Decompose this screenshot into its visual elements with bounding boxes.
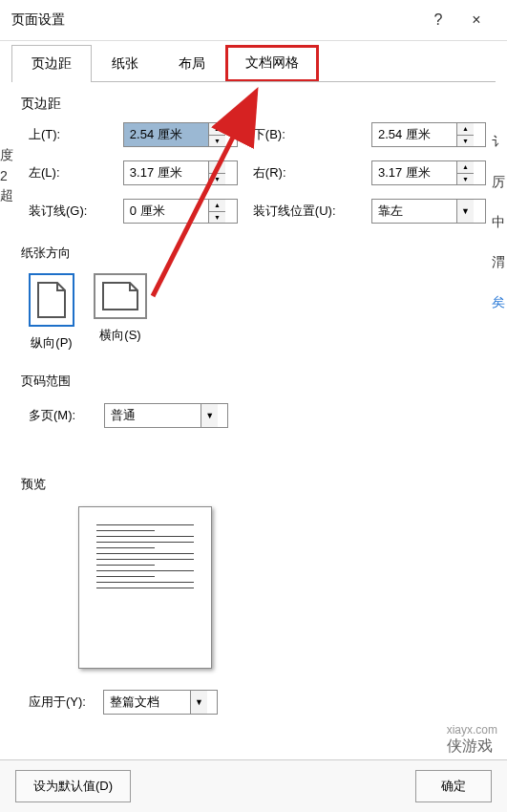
margin-bottom-label: 下(B): [253, 126, 356, 143]
portrait-icon[interactable] [29, 273, 74, 327]
margin-bottom-spinner[interactable]: ▲▼ [456, 123, 474, 146]
pages-section: 页码范围 [21, 373, 486, 390]
apply-row: 应用于(Y): ▼ [21, 690, 486, 715]
multi-pages-label: 多页(M): [29, 407, 75, 424]
multi-pages-dropdown[interactable]: ▼ [104, 403, 228, 428]
gutter-pos-label: 装订线位置(U): [253, 203, 356, 220]
side-chars-left: 度 2 超 [0, 147, 13, 204]
orientation-section: 纸张方向 [21, 245, 486, 262]
side-chars-right: 讠 厉 中 渭 矣 [492, 134, 505, 311]
titlebar: 页面设置 ? × [0, 0, 507, 41]
margin-right-value[interactable] [372, 161, 456, 184]
orientation-landscape[interactable]: 横向(S) [94, 273, 147, 352]
tab-layout[interactable]: 布局 [158, 45, 225, 82]
orientation-group: 纵向(P) 横向(S) [21, 273, 486, 352]
margin-left-label: 左(L): [29, 164, 108, 182]
dialog-footer: 设为默认值(D) 确定 [0, 759, 507, 812]
margin-right-input[interactable]: ▲▼ [371, 160, 486, 185]
chevron-down-icon[interactable]: ▼ [190, 691, 207, 714]
orientation-title: 纸张方向 [21, 245, 71, 262]
multi-pages-value[interactable] [105, 409, 201, 423]
portrait-label: 纵向(P) [31, 334, 72, 352]
preview-title: 预览 [21, 476, 46, 493]
landscape-label: 横向(S) [99, 327, 140, 344]
margin-top-spinner[interactable]: ▲▼ [208, 123, 225, 146]
chevron-down-icon[interactable]: ▼ [456, 200, 474, 223]
gutter-pos-dropdown[interactable]: ▼ [371, 199, 486, 224]
margin-left-input[interactable]: ▲▼ [123, 160, 238, 185]
margin-bottom-input[interactable]: ▲▼ [371, 122, 486, 147]
margin-top-label: 上(T): [29, 126, 108, 143]
margin-right-spinner[interactable]: ▲▼ [456, 161, 474, 184]
apply-to-value[interactable] [104, 695, 190, 710]
preview-thumbnail [78, 506, 212, 669]
margins-section-title: 页边距 [21, 96, 486, 113]
orientation-portrait[interactable]: 纵向(P) [29, 273, 74, 352]
gutter-spinner[interactable]: ▲▼ [208, 200, 225, 223]
pages-row: 多页(M): ▼ [21, 403, 486, 428]
tab-margins[interactable]: 页边距 [11, 45, 92, 82]
margins-grid: 上(T): ▲▼ 下(B): ▲▼ 左(L): ▲▼ 右(R): ▲▼ 装订线(… [21, 122, 486, 224]
tab-paper[interactable]: 纸张 [92, 45, 158, 82]
watermark: xiayx.com 侠游戏 [447, 723, 497, 757]
ok-button[interactable]: 确定 [415, 770, 492, 802]
margin-left-spinner[interactable]: ▲▼ [208, 161, 225, 184]
set-default-button[interactable]: 设为默认值(D) [15, 770, 131, 802]
content-area: 页边距 上(T): ▲▼ 下(B): ▲▼ 左(L): ▲▼ 右(R): ▲▼ … [0, 82, 507, 728]
margin-top-input[interactable]: ▲▼ [123, 122, 238, 147]
gutter-pos-value[interactable] [372, 204, 456, 219]
margin-right-label: 右(R): [253, 164, 356, 182]
tab-bar: 页边距 纸张 布局 文档网格 [11, 45, 496, 82]
margin-left-value[interactable] [124, 161, 208, 184]
close-button[interactable]: × [457, 8, 496, 32]
gutter-value[interactable] [124, 200, 208, 223]
margin-bottom-value[interactable] [372, 123, 456, 146]
apply-to-label: 应用于(Y): [29, 694, 86, 711]
help-button[interactable]: ? [419, 8, 457, 32]
gutter-label: 装订线(G): [29, 203, 108, 220]
apply-to-dropdown[interactable]: ▼ [103, 690, 218, 715]
dialog-title: 页面设置 [11, 11, 419, 29]
landscape-icon[interactable] [94, 273, 147, 319]
gutter-input[interactable]: ▲▼ [123, 199, 238, 224]
chevron-down-icon[interactable]: ▼ [201, 404, 218, 427]
pages-title: 页码范围 [21, 373, 71, 390]
tab-document-grid[interactable]: 文档网格 [225, 45, 319, 82]
preview-section: 预览 [21, 476, 486, 493]
margin-top-value[interactable] [124, 123, 208, 146]
